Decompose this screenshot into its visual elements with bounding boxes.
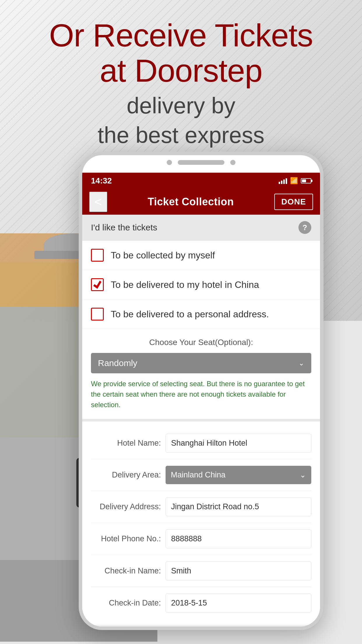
done-button[interactable]: DONE	[274, 194, 313, 210]
headline-main: Or Receive Tickets at Doorstep	[12, 18, 350, 88]
help-button[interactable]: ?	[298, 221, 311, 234]
seat-label: Choose Your Seat(Optional):	[91, 338, 311, 347]
phone-camera	[230, 160, 236, 165]
delivery-area-label: Delivery Area:	[91, 470, 161, 480]
phone-speaker	[178, 160, 224, 165]
option-myself-label: To be collected by myself	[111, 250, 215, 261]
hotel-phone-label: Hotel Phone No.:	[91, 534, 161, 543]
checkbox-hotel[interactable]	[91, 278, 104, 291]
seat-dropdown-value: Randomly	[98, 358, 137, 368]
content-area: I'd like the tickets ? To be collected b…	[82, 215, 320, 626]
status-time: 14:32	[91, 176, 112, 186]
checkbox-myself[interactable]	[91, 249, 104, 262]
checkin-name-label: Check-in Name:	[91, 566, 161, 575]
hotel-name-input[interactable]	[166, 434, 311, 453]
form-row-checkin-name: Check-in Name:	[91, 555, 311, 587]
phone-dot-left	[167, 160, 172, 165]
checkbox-address[interactable]	[91, 308, 104, 321]
section-header: I'd like the tickets ?	[82, 215, 320, 241]
delivery-area-chevron-icon: ⌄	[300, 470, 306, 480]
seat-dropdown[interactable]: Randomly ⌄	[91, 353, 311, 373]
option-myself[interactable]: To be collected by myself	[82, 241, 320, 270]
section-title: I'd like the tickets	[91, 223, 157, 232]
status-bar: 14:32 📶	[82, 173, 320, 189]
option-address[interactable]: To be delivered to a personal address.	[82, 300, 320, 329]
seat-note: We provide service of selecting seat. Bu…	[91, 379, 311, 410]
phone-mockup: 14:32 📶 < Ticket Collection DONE	[79, 152, 324, 630]
form-row-delivery-address: Delivery Address:	[91, 491, 311, 523]
nav-bar: < Ticket Collection DONE	[82, 189, 320, 215]
delivery-address-input[interactable]	[166, 497, 311, 516]
option-hotel-label: To be delivered to my hotel in China	[111, 279, 259, 290]
phone-screen: 14:32 📶 < Ticket Collection DONE	[82, 173, 320, 626]
wifi-icon: 📶	[290, 177, 298, 185]
delivery-area-dropdown[interactable]: Mainland China ⌄	[166, 466, 311, 484]
headline-section: Or Receive Tickets at Doorstep delivery …	[0, 18, 362, 150]
checkin-name-input[interactable]	[166, 561, 311, 580]
checkin-date-label: Check-in Date:	[91, 598, 161, 608]
hotel-name-label: Hotel Name:	[91, 439, 161, 448]
form-row-hotel-phone: Hotel Phone No.:	[91, 523, 311, 555]
option-address-label: To be delivered to a personal address.	[111, 309, 269, 320]
checkin-date-input[interactable]	[166, 594, 311, 612]
nav-title: Ticket Collection	[113, 196, 268, 208]
back-button[interactable]: <	[89, 192, 107, 212]
chevron-down-icon: ⌄	[298, 359, 304, 367]
headline-sub: delivery by the best express	[12, 91, 350, 150]
status-icons: 📶	[279, 177, 311, 185]
form-row-hotel-name: Hotel Name:	[91, 427, 311, 459]
form-row-delivery-area: Delivery Area: Mainland China ⌄	[91, 459, 311, 491]
seat-section: Choose Your Seat(Optional): Randomly ⌄ W…	[82, 329, 320, 419]
option-hotel[interactable]: To be delivered to my hotel in China	[82, 270, 320, 300]
form-row-checkin-date: Check-in Date:	[91, 587, 311, 619]
delivery-area-value: Mainland China	[171, 470, 226, 480]
delivery-address-label: Delivery Address:	[91, 502, 161, 511]
hotel-phone-input[interactable]	[166, 529, 311, 548]
form-section: Hotel Name: Delivery Area: Mainland Chin…	[82, 419, 320, 625]
phone-top-elements	[167, 160, 236, 165]
signal-icon	[279, 178, 287, 184]
battery-icon	[301, 178, 311, 183]
